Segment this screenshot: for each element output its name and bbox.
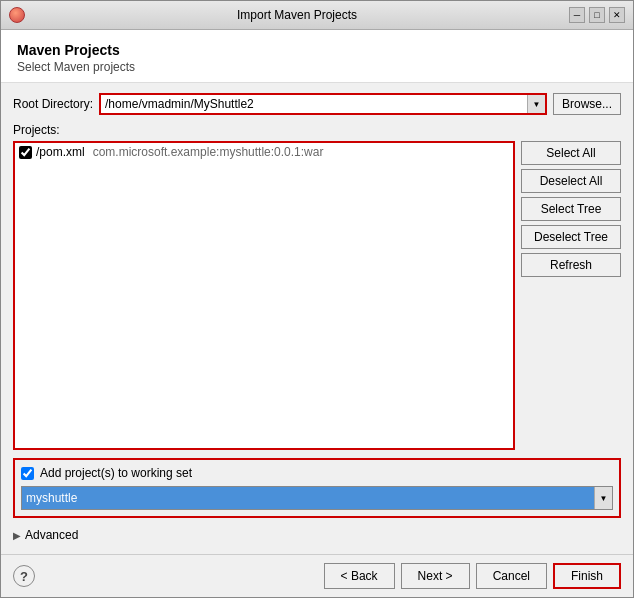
root-directory-input[interactable] [101,95,527,113]
project-checkbox[interactable] [19,146,32,159]
minimize-button[interactable]: ─ [569,7,585,23]
working-set-checkbox[interactable] [21,467,34,480]
maximize-button[interactable]: □ [589,7,605,23]
project-artifact: com.microsoft.example:myshuttle:0.0.1:wa… [93,145,324,159]
titlebar: Import Maven Projects ─ □ ✕ [1,1,633,30]
select-tree-button[interactable]: Select Tree [521,197,621,221]
working-set-label: Add project(s) to working set [40,466,192,480]
footer-left: ? [13,565,35,587]
dialog-header: Maven Projects Select Maven projects [1,30,633,83]
deselect-tree-button[interactable]: Deselect Tree [521,225,621,249]
back-button[interactable]: < Back [324,563,395,589]
dialog-footer: ? < Back Next > Cancel Finish [1,554,633,597]
help-button[interactable]: ? [13,565,35,587]
working-set-section: Add project(s) to working set ▼ [13,458,621,518]
root-directory-dropdown-arrow[interactable]: ▼ [527,95,545,113]
working-set-dropdown-arrow[interactable]: ▼ [594,487,612,509]
root-directory-row: Root Directory: ▼ Browse... [13,93,621,115]
finish-button[interactable]: Finish [553,563,621,589]
footer-right: < Back Next > Cancel Finish [324,563,621,589]
app-icon [9,7,25,23]
import-maven-dialog: Import Maven Projects ─ □ ✕ Maven Projec… [0,0,634,598]
project-path: /pom.xml [36,145,85,159]
projects-label: Projects: [13,123,621,137]
select-all-button[interactable]: Select All [521,141,621,165]
deselect-all-button[interactable]: Deselect All [521,169,621,193]
working-set-input[interactable] [22,487,594,509]
advanced-section[interactable]: ▶ Advanced [13,526,621,544]
working-set-combo: ▼ [21,486,613,510]
projects-list: /pom.xml com.microsoft.example:myshuttle… [13,141,515,450]
advanced-triangle-icon: ▶ [13,530,21,541]
working-set-checkbox-row: Add project(s) to working set [21,466,613,480]
header-subtitle: Select Maven projects [17,60,617,74]
window-controls: ─ □ ✕ [569,7,625,23]
root-directory-combo: ▼ [99,93,547,115]
browse-button[interactable]: Browse... [553,93,621,115]
header-title: Maven Projects [17,42,617,58]
dialog-title: Import Maven Projects [25,8,569,22]
projects-area: /pom.xml com.microsoft.example:myshuttle… [13,141,621,450]
projects-section: Projects: /pom.xml com.microsoft.example… [13,123,621,450]
refresh-button[interactable]: Refresh [521,253,621,277]
root-directory-label: Root Directory: [13,97,93,111]
cancel-button[interactable]: Cancel [476,563,547,589]
dialog-body: Root Directory: ▼ Browse... Projects: /p… [1,83,633,554]
table-row: /pom.xml com.microsoft.example:myshuttle… [15,143,513,161]
projects-buttons: Select All Deselect All Select Tree Dese… [521,141,621,450]
next-button[interactable]: Next > [401,563,470,589]
advanced-label[interactable]: Advanced [25,528,78,542]
close-button[interactable]: ✕ [609,7,625,23]
